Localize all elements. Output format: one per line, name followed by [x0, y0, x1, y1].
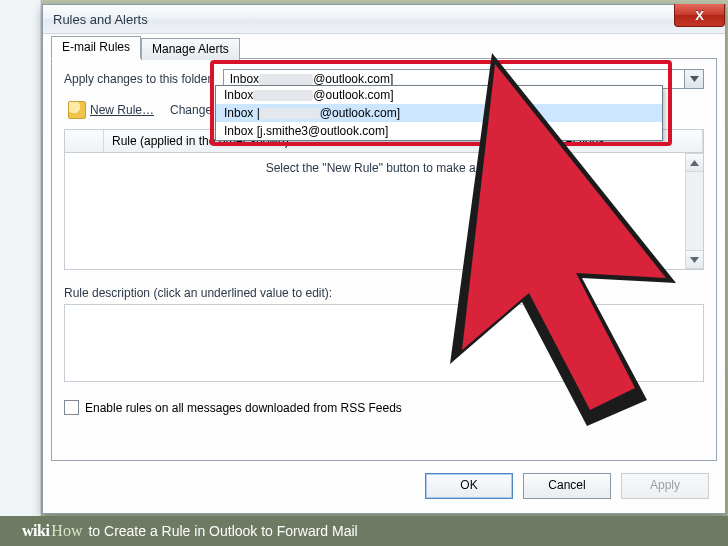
tab-manage-alerts[interactable]: Manage Alerts	[141, 38, 240, 60]
svg-marker-0	[690, 76, 699, 82]
dropdown-button[interactable]	[684, 70, 703, 88]
tab-label: Manage Alerts	[152, 42, 229, 56]
close-icon: X	[695, 9, 704, 22]
redacted-text	[260, 108, 320, 119]
chevron-down-icon	[690, 257, 699, 263]
folder-label: Apply changes to this folder:	[64, 72, 215, 86]
column-checkbox	[65, 130, 104, 152]
rules-list-scrollbar[interactable]	[685, 153, 703, 269]
rss-option-row: Enable rules on all messages downloaded …	[64, 400, 704, 415]
tab-email-rules[interactable]: E-mail Rules	[51, 36, 141, 59]
caption-text: to Create a Rule in Outlook to Forward M…	[88, 523, 357, 539]
new-rule-label: New Rule…	[90, 103, 154, 117]
titlebar: Rules and Alerts X	[43, 5, 725, 34]
scroll-down-button[interactable]	[686, 250, 703, 269]
wikihow-caption-bar: wiki How to Create a Rule in Outlook to …	[0, 516, 728, 546]
chevron-up-icon	[690, 160, 699, 166]
svg-marker-2	[690, 257, 699, 263]
redacted-text	[259, 74, 313, 85]
rules-empty-hint: Select the "New Rule" button to make a r…	[65, 161, 703, 175]
tab-label: E-mail Rules	[62, 40, 130, 54]
tabstrip: E-mail Rules Manage Alerts	[51, 35, 717, 59]
rules-list[interactable]: Select the "New Rule" button to make a r…	[64, 153, 704, 270]
rule-description-label: Rule description (click an underlined va…	[64, 286, 704, 300]
folder-dropdown-item[interactable]: Inbox [j.smithe3@outlook.com]	[216, 122, 662, 140]
window-title: Rules and Alerts	[53, 12, 148, 27]
envelope-icon	[68, 101, 86, 119]
cancel-button[interactable]: Cancel	[523, 473, 611, 499]
new-rule-button[interactable]: New Rule…	[64, 99, 158, 121]
chevron-down-icon	[690, 76, 699, 82]
rss-label: Enable rules on all messages downloaded …	[85, 401, 402, 415]
rule-description-box[interactable]	[64, 304, 704, 382]
scroll-up-button[interactable]	[686, 153, 703, 172]
folder-dropdown-item[interactable]: Inbox |@outlook.com]	[216, 104, 662, 122]
folder-dropdown-item[interactable]: Inbox @outlook.com]	[216, 86, 662, 104]
rss-checkbox[interactable]	[64, 400, 79, 415]
folder-combobox-text: Inbox @outlook.com]	[224, 72, 684, 86]
background-window-strip	[0, 0, 41, 516]
dialog-button-row: OK Cancel Apply	[425, 473, 709, 499]
svg-marker-1	[690, 160, 699, 166]
redacted-text	[253, 90, 313, 101]
wikihow-logo-how: How	[51, 522, 82, 540]
folder-dropdown-list[interactable]: Inbox @outlook.com]Inbox |@outlook.com]I…	[215, 85, 663, 141]
apply-button: Apply	[621, 473, 709, 499]
stage: Rules and Alerts X E-mail Rules Manage A…	[0, 0, 728, 546]
wikihow-logo-wiki: wiki	[22, 522, 49, 540]
close-button[interactable]: X	[674, 4, 725, 27]
ok-button[interactable]: OK	[425, 473, 513, 499]
rules-and-alerts-dialog: Rules and Alerts X E-mail Rules Manage A…	[42, 4, 726, 514]
